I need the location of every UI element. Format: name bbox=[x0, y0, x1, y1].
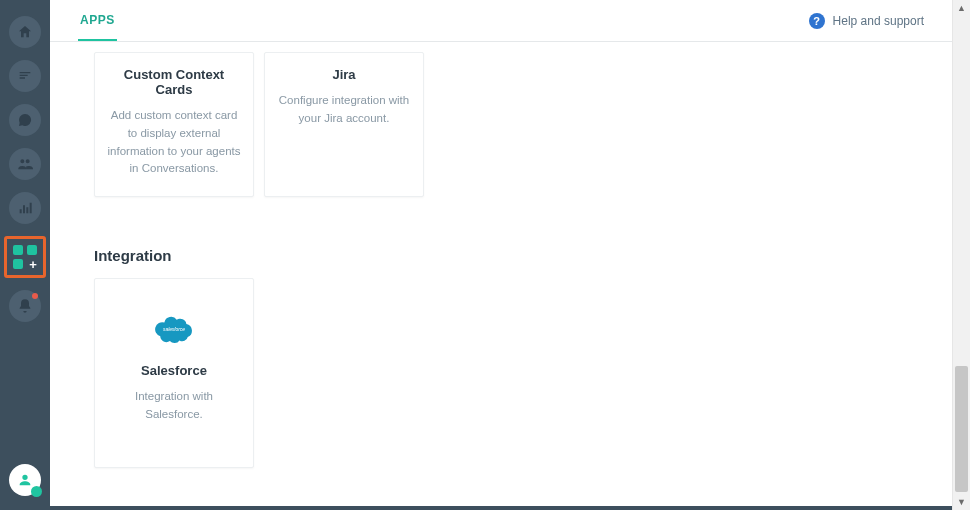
notification-dot-icon bbox=[32, 293, 38, 299]
nav-notifications[interactable] bbox=[9, 290, 41, 322]
avatar-icon bbox=[17, 472, 33, 488]
main-area: APPS ? Help and support Custom Context C… bbox=[50, 0, 952, 510]
card-description: Add custom context card to display exter… bbox=[107, 107, 241, 178]
help-label: Help and support bbox=[833, 14, 924, 28]
scroll-down-arrow-icon[interactable]: ▼ bbox=[953, 494, 970, 510]
people-icon bbox=[17, 156, 33, 172]
card-salesforce[interactable]: salesforce Salesforce Integration with S… bbox=[94, 278, 254, 468]
vertical-scrollbar[interactable]: ▲ ▼ bbox=[952, 0, 970, 510]
bar-chart-icon bbox=[17, 200, 33, 216]
home-icon bbox=[17, 24, 33, 40]
apps-icon: + bbox=[13, 245, 37, 269]
salesforce-cloud-icon: salesforce bbox=[152, 313, 196, 343]
lines-icon bbox=[17, 68, 33, 84]
left-nav-rail: + bbox=[0, 0, 50, 510]
plus-icon: + bbox=[27, 259, 39, 271]
nav-home[interactable] bbox=[9, 16, 41, 48]
card-title: Custom Context Cards bbox=[107, 67, 241, 97]
apps-cards-row: Custom Context Cards Add custom context … bbox=[94, 52, 924, 197]
bell-icon bbox=[17, 298, 33, 314]
nav-threads[interactable] bbox=[9, 60, 41, 92]
nav-chat[interactable] bbox=[9, 104, 41, 136]
top-bar: APPS ? Help and support bbox=[50, 0, 952, 42]
scroll-up-arrow-icon[interactable]: ▲ bbox=[953, 0, 970, 16]
nav-apps-highlighted[interactable]: + bbox=[4, 236, 46, 278]
card-title: Jira bbox=[277, 67, 411, 82]
help-icon: ? bbox=[809, 13, 825, 29]
svg-text:salesforce: salesforce bbox=[163, 327, 185, 332]
section-integration-heading: Integration bbox=[94, 247, 924, 264]
chat-bubble-icon bbox=[17, 112, 33, 128]
card-description: Configure integration with your Jira acc… bbox=[277, 92, 411, 128]
bottom-border bbox=[50, 506, 952, 510]
card-description: Integration with Salesforce. bbox=[107, 388, 241, 424]
card-title: Salesforce bbox=[107, 363, 241, 378]
card-jira[interactable]: Jira Configure integration with your Jir… bbox=[264, 52, 424, 197]
tab-apps[interactable]: APPS bbox=[78, 0, 117, 41]
apps-content: Custom Context Cards Add custom context … bbox=[50, 42, 952, 510]
scroll-thumb[interactable] bbox=[955, 366, 968, 492]
integration-cards-row: salesforce Salesforce Integration with S… bbox=[94, 278, 924, 468]
scroll-track[interactable] bbox=[953, 16, 970, 494]
help-and-support-link[interactable]: ? Help and support bbox=[809, 0, 924, 41]
nav-reports[interactable] bbox=[9, 192, 41, 224]
nav-people[interactable] bbox=[9, 148, 41, 180]
card-custom-context-cards[interactable]: Custom Context Cards Add custom context … bbox=[94, 52, 254, 197]
nav-profile[interactable] bbox=[9, 464, 41, 496]
